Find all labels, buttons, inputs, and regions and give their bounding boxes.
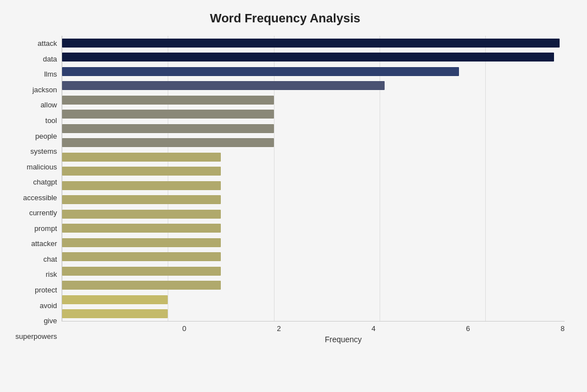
y-label: allow	[40, 98, 57, 112]
y-axis: attackdatallmsjacksonallowtoolpeoplesyst…	[6, 36, 61, 344]
bar-row	[62, 64, 565, 79]
bar-row	[62, 292, 565, 307]
y-label: llms	[44, 67, 57, 82]
x-tick: 0	[182, 324, 186, 333]
bar-row	[62, 221, 565, 236]
y-label: tool	[45, 113, 57, 127]
bar	[62, 53, 554, 62]
x-tick: 8	[561, 324, 565, 333]
y-label: malicious	[27, 159, 57, 174]
bar	[62, 96, 274, 105]
bar	[62, 138, 274, 147]
bar	[62, 110, 274, 119]
bar	[62, 210, 221, 219]
bar	[62, 153, 221, 162]
y-label: currently	[29, 206, 57, 220]
bar-row	[62, 93, 565, 107]
bar	[62, 309, 168, 318]
y-label: prompt	[35, 221, 57, 235]
y-label: jackson	[32, 82, 57, 97]
x-axis: 02468	[182, 324, 565, 333]
bar	[62, 67, 459, 76]
bar	[62, 224, 221, 233]
bar	[62, 267, 221, 276]
y-label: superpowers	[16, 329, 57, 343]
bar-row	[62, 278, 565, 293]
bar-row	[62, 178, 565, 193]
bar-row	[62, 193, 565, 207]
bar-row	[62, 107, 565, 122]
y-label: avoid	[40, 298, 57, 313]
bottom-area: 02468 Frequency	[122, 322, 565, 344]
chart-container: Word Frequency Analysis attackdatallmsja…	[0, 0, 587, 392]
bar-row	[62, 307, 565, 322]
bar-row	[62, 50, 565, 65]
bar	[62, 167, 221, 176]
y-label: protect	[35, 282, 57, 297]
bar	[62, 195, 221, 204]
bar	[62, 124, 274, 133]
bar-row	[62, 36, 565, 50]
chart-area: attackdatallmsjacksonallowtoolpeoplesyst…	[6, 36, 565, 344]
bar	[62, 252, 221, 261]
x-tick: 2	[277, 324, 281, 333]
bar	[62, 295, 168, 304]
y-label: give	[44, 314, 57, 328]
bar	[62, 181, 221, 190]
y-label: chatgpt	[33, 175, 57, 190]
bar-row	[62, 136, 565, 150]
bar-row	[62, 235, 565, 250]
x-tick: 4	[371, 324, 375, 333]
x-tick: 6	[466, 324, 470, 333]
bar	[62, 281, 221, 290]
x-axis-label: Frequency	[122, 335, 565, 344]
bar-row	[62, 250, 565, 265]
bar	[62, 238, 221, 247]
y-label: risk	[46, 267, 57, 282]
y-label: attack	[37, 36, 57, 51]
y-label: systems	[30, 144, 57, 158]
bar-row	[62, 164, 565, 179]
y-label: accessible	[23, 190, 57, 205]
bar-row	[62, 264, 565, 278]
y-label: attacker	[31, 237, 57, 251]
bar	[62, 81, 385, 90]
chart-title: Word Frequency Analysis	[6, 11, 565, 26]
y-label: chat	[43, 252, 57, 266]
bar-row	[62, 79, 565, 93]
bar-row	[62, 207, 565, 221]
y-label: data	[43, 51, 57, 66]
bars-area	[61, 36, 565, 322]
y-label: people	[35, 129, 57, 143]
bar	[62, 39, 560, 48]
bar-row	[62, 121, 565, 136]
bar-row	[62, 150, 565, 164]
